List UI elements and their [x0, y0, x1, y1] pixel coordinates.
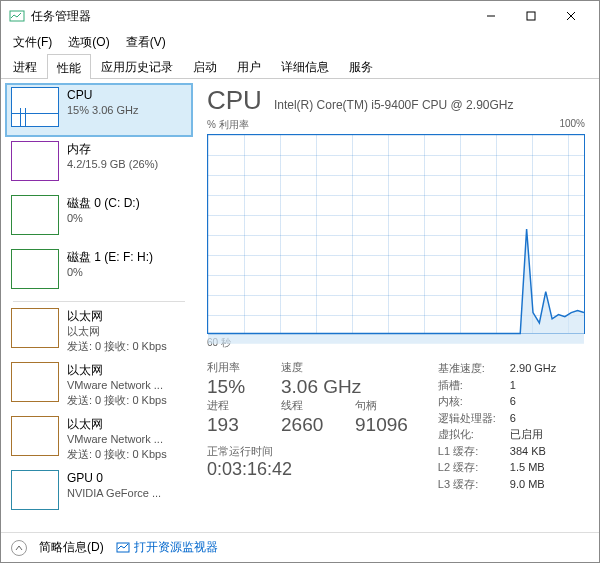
spec-key: L3 缓存: — [438, 476, 510, 493]
tab-users[interactable]: 用户 — [227, 53, 271, 78]
stat-value: 3.06 GHz — [281, 376, 361, 398]
spec-key: 基准速度: — [438, 360, 510, 377]
chevron-up-icon[interactable] — [11, 540, 27, 556]
stat-value: 15% — [207, 376, 259, 398]
tab-startup[interactable]: 启动 — [183, 53, 227, 78]
fewer-details-link[interactable]: 简略信息(D) — [39, 539, 104, 556]
spec-val: 384 KB — [510, 443, 546, 460]
spec-val: 1 — [510, 377, 516, 394]
sidebar-item-gpu-7[interactable]: GPU 0NVIDIA GeForce ... — [5, 466, 193, 520]
minimize-button[interactable] — [471, 1, 511, 31]
sidebar-item-net-5[interactable]: 以太网VMware Network ...发送: 0 接收: 0 Kbps — [5, 358, 193, 412]
main-panel: CPU Intel(R) Core(TM) i5-9400F CPU @ 2.9… — [193, 79, 599, 532]
sidebar-item-disk-2[interactable]: 磁盘 0 (C: D:)0% — [5, 191, 193, 245]
sidebar-item-disk-3[interactable]: 磁盘 1 (E: F: H:)0% — [5, 245, 193, 299]
sidebar-item-net-4[interactable]: 以太网以太网发送: 0 接收: 0 Kbps — [5, 304, 193, 358]
cpu-utilization-chart[interactable] — [207, 134, 585, 334]
stat-value: 2660 — [281, 414, 333, 436]
stat-value: 193 — [207, 414, 259, 436]
net-thumb-icon — [11, 362, 59, 402]
spec-val: 2.90 GHz — [510, 360, 556, 377]
spec-val: 6 — [510, 393, 516, 410]
sidebar-item-mem-1[interactable]: 内存4.2/15.9 GB (26%) — [5, 137, 193, 191]
spec-val: 已启用 — [510, 426, 543, 443]
chart-label-max: 100% — [559, 118, 585, 132]
spec-key: L2 缓存: — [438, 459, 510, 476]
svg-rect-2 — [527, 12, 535, 20]
tabstrip: 进程 性能 应用历史记录 启动 用户 详细信息 服务 — [1, 53, 599, 79]
app-icon — [9, 8, 25, 24]
stat-label: 句柄 — [355, 398, 408, 413]
tab-apphistory[interactable]: 应用历史记录 — [91, 53, 183, 78]
net-thumb-icon — [11, 308, 59, 348]
resource-title: CPU — [207, 85, 262, 116]
menubar: 文件(F) 选项(O) 查看(V) — [1, 31, 599, 53]
menu-file[interactable]: 文件(F) — [7, 32, 58, 53]
stat-label: 速度 — [281, 360, 361, 375]
tab-processes[interactable]: 进程 — [3, 53, 47, 78]
open-resmon-link[interactable]: 打开资源监视器 — [116, 539, 218, 556]
sidebar-item-cpu-0[interactable]: CPU15% 3.06 GHz — [5, 83, 193, 137]
mem-thumb-icon — [11, 141, 59, 181]
disk-thumb-icon — [11, 195, 59, 235]
close-button[interactable] — [551, 1, 591, 31]
stats-secondary: 基准速度:2.90 GHz插槽:1内核:6逻辑处理器:6虚拟化:已启用L1 缓存… — [438, 360, 556, 492]
stat-label: 进程 — [207, 398, 259, 413]
footer: 简略信息(D) 打开资源监视器 — [1, 532, 599, 562]
stat-label: 利用率 — [207, 360, 259, 375]
spec-key: 虚拟化: — [438, 426, 510, 443]
chart-label-y: % 利用率 — [207, 118, 249, 132]
tab-services[interactable]: 服务 — [339, 53, 383, 78]
menu-options[interactable]: 选项(O) — [62, 32, 115, 53]
net-thumb-icon — [11, 416, 59, 456]
task-manager-window: 任务管理器 文件(F) 选项(O) 查看(V) 进程 性能 应用历史记录 启动 … — [0, 0, 600, 563]
spec-val: 9.0 MB — [510, 476, 545, 493]
spec-key: 逻辑处理器: — [438, 410, 510, 427]
stat-value: 91096 — [355, 414, 408, 436]
gpu-thumb-icon — [11, 470, 59, 510]
cpu-thumb-icon — [11, 87, 59, 127]
uptime-label: 正常运行时间 — [207, 444, 408, 459]
uptime-value: 0:03:16:42 — [207, 459, 408, 480]
disk-thumb-icon — [11, 249, 59, 289]
menu-view[interactable]: 查看(V) — [120, 32, 172, 53]
maximize-button[interactable] — [511, 1, 551, 31]
tab-performance[interactable]: 性能 — [47, 54, 91, 79]
spec-val: 1.5 MB — [510, 459, 545, 476]
spec-val: 6 — [510, 410, 516, 427]
cpu-model: Intel(R) Core(TM) i5-9400F CPU @ 2.90GHz — [274, 98, 514, 112]
spec-key: 内核: — [438, 393, 510, 410]
stats-primary: 利用率15%速度3.06 GHz进程193线程2660句柄91096 正常运行时… — [207, 360, 408, 492]
spec-key: 插槽: — [438, 377, 510, 394]
tab-details[interactable]: 详细信息 — [271, 53, 339, 78]
resource-sidebar[interactable]: CPU15% 3.06 GHz内存4.2/15.9 GB (26%)磁盘 0 (… — [1, 79, 193, 532]
sidebar-item-net-6[interactable]: 以太网VMware Network ...发送: 0 接收: 0 Kbps — [5, 412, 193, 466]
titlebar[interactable]: 任务管理器 — [1, 1, 599, 31]
resmon-icon — [116, 541, 130, 555]
stat-label: 线程 — [281, 398, 333, 413]
window-title: 任务管理器 — [31, 8, 471, 25]
svg-rect-0 — [10, 11, 24, 21]
spec-key: L1 缓存: — [438, 443, 510, 460]
